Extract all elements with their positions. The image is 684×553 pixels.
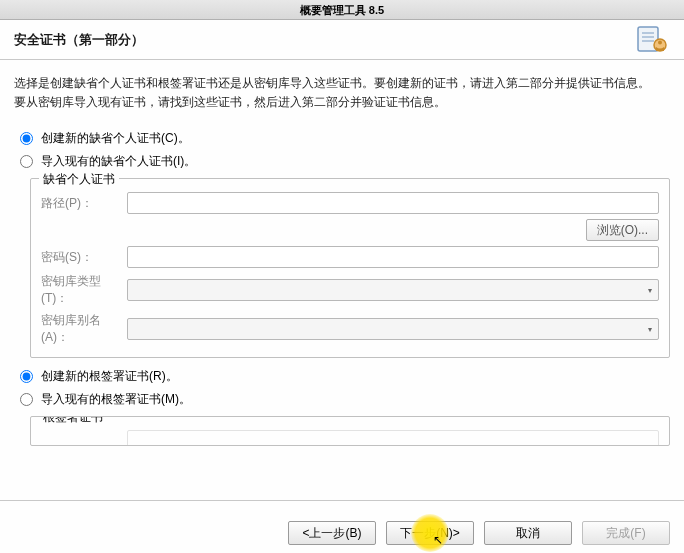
back-button[interactable]: <上一步(B) [288,521,376,545]
personal-cert-fieldset: 缺省个人证书 路径(P)： 浏览(O)... 密码(S)： 密钥库类型(T)： … [30,178,670,358]
radio-import-personal-label: 导入现有的缺省个人证书(I)。 [41,153,196,170]
next-button[interactable]: 下一步(N)> ↖ [386,521,474,545]
window-titlebar: 概要管理工具 8.5 [0,0,684,20]
finish-button: 完成(F) [582,521,670,545]
root-cert-legend: 根签署证书 [39,416,107,426]
root-path-input[interactable] [127,430,659,446]
root-cert-fieldset: 根签署证书 [30,416,670,446]
browse-button[interactable]: 浏览(O)... [586,219,659,241]
keystore-alias-select[interactable]: ▾ [127,318,659,340]
description-text: 选择是创建缺省个人证书和根签署证书还是从密钥库导入这些证书。要创建新的证书，请进… [14,74,670,112]
page-title: 安全证书（第一部分） [14,31,144,49]
radio-create-personal[interactable]: 创建新的缺省个人证书(C)。 [20,130,670,147]
wizard-content: 选择是创建缺省个人证书和根签署证书还是从密钥库导入这些证书。要创建新的证书，请进… [0,60,684,494]
radio-create-root-input[interactable] [20,370,33,383]
keystore-type-select[interactable]: ▾ [127,279,659,301]
radio-create-personal-label: 创建新的缺省个人证书(C)。 [41,130,190,147]
radio-create-root[interactable]: 创建新的根签署证书(R)。 [20,368,670,385]
wizard-header: 安全证书（第一部分） [0,20,684,60]
wizard-window: 安全证书（第一部分） 选择是创建缺省个人证书和根签署证书还是从密钥库导入这些证书… [0,20,684,553]
wizard-button-bar: <上一步(B) 下一步(N)> ↖ 取消 完成(F) [0,501,684,553]
password-label: 密码(S)： [41,249,127,266]
svg-point-5 [658,40,662,44]
description-line1: 选择是创建缺省个人证书和根签署证书还是从密钥库导入这些证书。要创建新的证书，请进… [14,76,650,90]
password-input[interactable] [127,246,659,268]
path-input[interactable] [127,192,659,214]
radio-create-root-label: 创建新的根签署证书(R)。 [41,368,178,385]
personal-cert-legend: 缺省个人证书 [39,171,119,188]
next-button-label: 下一步(N)> [400,526,460,540]
keystore-alias-label: 密钥库别名(A)： [41,312,127,346]
radio-create-personal-input[interactable] [20,132,33,145]
cancel-button[interactable]: 取消 [484,521,572,545]
radio-import-root[interactable]: 导入现有的根签署证书(M)。 [20,391,670,408]
radio-import-root-input[interactable] [20,393,33,406]
certificate-icon [636,23,670,57]
radio-import-personal-input[interactable] [20,155,33,168]
radio-import-root-label: 导入现有的根签署证书(M)。 [41,391,191,408]
path-label: 路径(P)： [41,195,127,212]
chevron-down-icon: ▾ [648,286,652,295]
description-line2: 要从密钥库导入现有证书，请找到这些证书，然后进入第二部分并验证证书信息。 [14,95,446,109]
chevron-down-icon: ▾ [648,325,652,334]
radio-import-personal[interactable]: 导入现有的缺省个人证书(I)。 [20,153,670,170]
keystore-type-label: 密钥库类型(T)： [41,273,127,307]
